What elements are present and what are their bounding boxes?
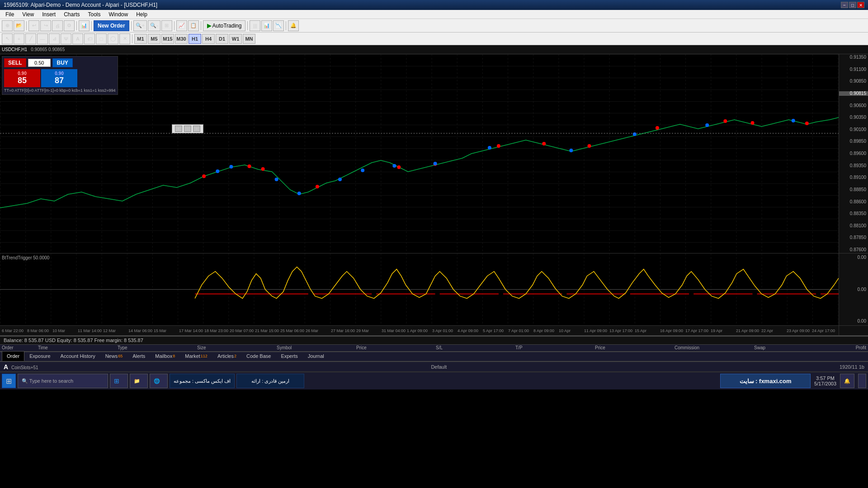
toolbar-redo[interactable]: ↪: [40, 20, 51, 31]
timeframe-m5[interactable]: M5: [148, 34, 160, 44]
price-label-10: 0.89350: [839, 164, 868, 168]
tab-exposure[interactable]: Exposure: [24, 351, 55, 361]
dialog-settings-btn[interactable]: ≡: [193, 126, 200, 132]
tab-order[interactable]: Order: [2, 351, 24, 361]
menu-view[interactable]: View: [19, 10, 38, 19]
svg-point-8: [397, 165, 401, 169]
toolbar-fit[interactable]: ⊞: [161, 20, 172, 31]
timeframe-mn[interactable]: MN: [243, 34, 255, 44]
search-bar[interactable]: 🔍 Type here to search: [18, 374, 108, 388]
menu-help[interactable]: Help: [132, 10, 151, 19]
toolbar-undo[interactable]: ↩: [28, 20, 39, 31]
hline-tool[interactable]: —: [37, 33, 48, 44]
toolbar-properties[interactable]: ⚙: [64, 20, 75, 31]
menu-file[interactable]: File: [2, 10, 18, 19]
svg-text:27 Mar 16:00: 27 Mar 16:00: [331, 328, 355, 333]
dialog-close-btn[interactable]: ✕: [175, 126, 182, 132]
sell-button[interactable]: SELL: [4, 58, 26, 67]
menu-tools[interactable]: Tools: [85, 10, 104, 19]
timeframe-m30[interactable]: M30: [175, 34, 188, 44]
price-yaxis: 0.91350 0.91100 0.90850 0.90815 0.90600 …: [839, 54, 868, 253]
price-label-5: 0.90600: [839, 103, 868, 108]
label-tool[interactable]: 🏷: [84, 33, 95, 44]
toolbar-template[interactable]: 📋: [188, 20, 199, 31]
fibretracement-tool[interactable]: Ψ: [61, 33, 71, 44]
tab-experts[interactable]: Experts: [276, 351, 302, 361]
svg-text:1 Apr 09:00: 1 Apr 09:00: [407, 328, 428, 333]
svg-point-21: [338, 178, 342, 181]
timeframe-m15[interactable]: M15: [161, 34, 174, 44]
header-price: Price: [354, 345, 434, 350]
menu-insert[interactable]: Insert: [38, 10, 59, 19]
timeframe-d1[interactable]: D1: [216, 34, 228, 44]
tab-alerts[interactable]: Alerts: [127, 351, 150, 361]
sell-price-display[interactable]: 0.90 85: [4, 69, 40, 87]
svg-point-12: [588, 144, 591, 148]
toolbar-line-chart[interactable]: 📉: [273, 20, 284, 31]
price-label-2: 0.91100: [839, 67, 868, 72]
toolbar-print[interactable]: 🖨: [52, 20, 63, 31]
maximize-btn[interactable]: □: [849, 2, 856, 8]
fxmaxi-website[interactable]: fxmaxi.com : سایت: [720, 374, 811, 388]
tab-account-history[interactable]: Account History: [56, 351, 100, 361]
menu-window[interactable]: Window: [105, 10, 132, 19]
line-tool[interactable]: ╱: [25, 33, 36, 44]
toolbar-zoom-out[interactable]: 🔍-: [148, 20, 160, 31]
dialog-min-btn[interactable]: −: [184, 126, 191, 132]
svg-text:22 Apr: 22 Apr: [761, 328, 773, 333]
price-label-3: 0.90850: [839, 79, 868, 84]
toolbar-bar-chart[interactable]: |||: [250, 20, 260, 31]
buy-button[interactable]: BUY: [52, 58, 73, 67]
autotrading-button[interactable]: ▶ AutoTrading: [203, 20, 246, 31]
tab-journal[interactable]: Journal: [303, 351, 329, 361]
taskbar-item-3[interactable]: 🌐: [150, 374, 168, 388]
start-button[interactable]: ⊞: [2, 374, 16, 388]
toolbar-alert[interactable]: 🔔: [288, 20, 299, 31]
delete-tool[interactable]: ✕: [119, 33, 130, 44]
taskbar-item-1[interactable]: ⊞: [110, 374, 128, 388]
show-desktop[interactable]: [858, 374, 866, 388]
svg-point-6: [261, 167, 265, 171]
toolbar-open[interactable]: 📂: [14, 20, 24, 31]
timeframe-h1[interactable]: H1: [189, 34, 201, 44]
crosshair-tool[interactable]: +: [14, 33, 24, 44]
toolbar-candle-chart[interactable]: 📊: [261, 20, 272, 31]
menu-charts[interactable]: Charts: [60, 10, 83, 19]
lot-input[interactable]: [28, 59, 51, 67]
toolbar-indicators[interactable]: 📈: [176, 20, 187, 31]
tab-mailbox[interactable]: Mailbox8: [150, 351, 180, 361]
tab-news[interactable]: News65: [100, 351, 128, 361]
close-btn[interactable]: ✕: [857, 2, 864, 8]
rect-tool[interactable]: □: [96, 33, 107, 44]
taskbar-amine-item[interactable]: ارمین قادری : ارائه: [236, 374, 304, 388]
toolbar-chart-new[interactable]: 📊: [79, 20, 90, 31]
svg-point-4: [202, 174, 206, 178]
timeframe-w1[interactable]: W1: [229, 34, 242, 44]
new-order-button[interactable]: New Order: [94, 20, 129, 31]
taskbar-item-2[interactable]: 📁: [130, 374, 148, 388]
price-chart-svg: [0, 54, 839, 253]
tab-codebase[interactable]: Code Base: [241, 351, 276, 361]
tab-articles[interactable]: Articles2: [212, 351, 241, 361]
ellipse-tool[interactable]: ◯: [108, 33, 118, 44]
taskbar-alpari-item[interactable]: اف ایکس ماکسی : مجموعه: [170, 374, 235, 388]
buy-price-display[interactable]: 0.90 87: [41, 69, 77, 87]
svg-text:10 Apr: 10 Apr: [559, 328, 571, 333]
text-tool[interactable]: A: [72, 33, 83, 44]
period-tool[interactable]: ⊿: [49, 33, 60, 44]
price-label-1: 0.91350: [839, 55, 868, 60]
tab-market[interactable]: Market112: [180, 351, 212, 361]
price-label-7: 0.90100: [839, 127, 868, 132]
toolbar-zoom-in[interactable]: 🔍+: [133, 20, 147, 31]
timeframe-h4[interactable]: H4: [202, 34, 215, 44]
svg-point-26: [569, 149, 573, 152]
notification-area[interactable]: 🔔: [840, 374, 854, 388]
status-center: Default: [431, 364, 447, 370]
x-axis: 6 Mar 22:00 8 Mar 06:00 10 Mar 11 Mar 14…: [0, 325, 868, 335]
svg-text:23 Apr 09:00: 23 Apr 09:00: [787, 328, 810, 333]
minimize-btn[interactable]: −: [841, 2, 848, 8]
timeframe-m1[interactable]: M1: [134, 34, 147, 44]
cursor-tool[interactable]: ↖: [2, 33, 13, 44]
toolbar-new[interactable]: ⊕: [2, 20, 13, 31]
svg-point-13: [656, 126, 659, 130]
